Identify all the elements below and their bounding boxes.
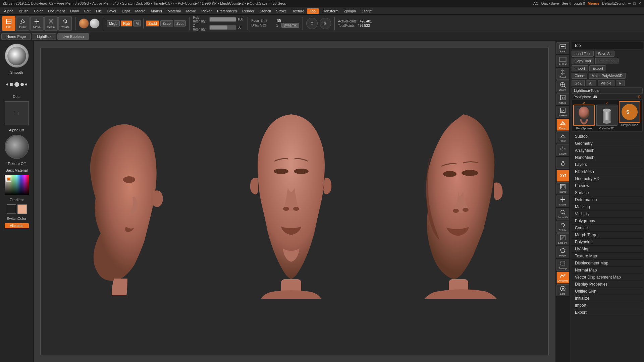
- polyf-button[interactable]: PolyF: [556, 246, 569, 258]
- dots-preview[interactable]: [5, 77, 29, 92]
- polysphere-thumb[interactable]: 2: [573, 101, 595, 130]
- displayproperties-item[interactable]: Display Properties: [572, 281, 643, 288]
- menu-zscript[interactable]: Zscript: [359, 8, 375, 14]
- visible-button[interactable]: Visible: [598, 80, 614, 86]
- fibermesh-item[interactable]: FiberMesh: [572, 168, 643, 175]
- layers-item[interactable]: Layers: [572, 161, 643, 168]
- zadd-button[interactable]: Zadd: [146, 20, 159, 26]
- color-swatch-light[interactable]: [17, 204, 27, 214]
- xyz-button[interactable]: XYZ: [556, 170, 569, 182]
- polygroups-item[interactable]: Polygroups: [572, 218, 643, 225]
- zsub-button[interactable]: Zsub: [160, 20, 173, 26]
- floor-button[interactable]: Floor: [556, 131, 569, 143]
- menu-light[interactable]: Light: [119, 8, 132, 14]
- tab-liveboolean[interactable]: Live Boolean: [57, 33, 89, 40]
- cylinder3d-thumb-img[interactable]: [596, 105, 618, 126]
- menu-preferences[interactable]: Preferences: [214, 8, 239, 14]
- color-swatch-dark[interactable]: [7, 204, 16, 214]
- menu-marker[interactable]: Marker: [148, 8, 165, 14]
- zoom-button[interactable]: Zoom: [556, 80, 569, 93]
- alternate-button[interactable]: Alternate: [5, 223, 29, 228]
- make-polymesh-button[interactable]: Make PolyMesh3D: [589, 73, 626, 79]
- polypaint-item[interactable]: Polypaint: [572, 239, 643, 246]
- simplebrush-thumb-img[interactable]: S: [619, 101, 640, 123]
- vectordisplacementmap-item[interactable]: Vector Displacement Map: [572, 274, 643, 281]
- dynamic-button[interactable]: Dynamic: [281, 23, 299, 28]
- morphtarget-item[interactable]: Morph Target: [572, 232, 643, 239]
- unifiedskin-item[interactable]: Unified Skin: [572, 288, 643, 295]
- menu-tool[interactable]: Tool: [307, 8, 319, 14]
- menu-edit[interactable]: Edit: [82, 8, 93, 14]
- sphere-mode-2[interactable]: [90, 18, 100, 28]
- texturemap-item[interactable]: Texture Map: [572, 253, 643, 260]
- nanomesh-item[interactable]: NanoMesh: [572, 154, 643, 161]
- deformation-item[interactable]: Deformation: [572, 196, 643, 203]
- menu-render[interactable]: Render: [239, 8, 257, 14]
- rotate-button[interactable]: Rotate: [58, 16, 72, 31]
- rgb-button[interactable]: Rgb: [121, 20, 132, 26]
- menu-zplugin[interactable]: Zplugin: [341, 8, 359, 14]
- tab-lightbox[interactable]: LightBox: [32, 33, 56, 40]
- save-as-button[interactable]: Save As: [595, 51, 614, 57]
- quicksave-label[interactable]: QuickSave: [541, 1, 559, 6]
- menu-draw[interactable]: Draw: [67, 8, 82, 14]
- goz-button[interactable]: GoZ: [572, 80, 585, 86]
- surface-item[interactable]: Surface: [572, 189, 643, 196]
- edit-button[interactable]: Edit: [2, 16, 15, 31]
- color-picker[interactable]: [5, 175, 29, 195]
- load-tool-button[interactable]: Load Tool: [572, 51, 594, 57]
- lock-button[interactable]: [556, 157, 569, 169]
- geometry-item[interactable]: Geometry: [572, 140, 643, 147]
- subtool-item[interactable]: Subtool: [572, 133, 643, 140]
- zoom3d-button[interactable]: Zoom3D: [556, 208, 569, 220]
- visibility-item[interactable]: Visibility: [572, 210, 643, 218]
- paste-tool-button[interactable]: Paste Tool: [595, 58, 619, 64]
- menu-color[interactable]: Color: [31, 8, 45, 14]
- frame-button[interactable]: Frame: [556, 182, 569, 194]
- menu-file[interactable]: File: [93, 8, 105, 14]
- menu-layer[interactable]: Layer: [105, 8, 119, 14]
- lightbox-tools-header[interactable]: Lightbox▶Tools: [572, 87, 643, 94]
- lineplt-button[interactable]: Line Plt: [556, 233, 569, 245]
- solo-button[interactable]: Solo: [556, 284, 569, 296]
- menu-document[interactable]: Document: [45, 8, 67, 14]
- rgb-intensity-slider[interactable]: [209, 17, 236, 22]
- polysphere-thumb-img[interactable]: [573, 105, 595, 126]
- initialize-item[interactable]: Initialize: [572, 295, 643, 302]
- bpr-button[interactable]: BPR: [556, 42, 569, 54]
- import2-item[interactable]: Import: [572, 302, 643, 309]
- import-button[interactable]: Import: [572, 65, 588, 71]
- move-button[interactable]: Move: [30, 16, 44, 31]
- menu-alpha[interactable]: Alpha: [1, 8, 16, 14]
- scale-button[interactable]: Scale: [44, 16, 58, 31]
- brush-preview[interactable]: [5, 44, 29, 68]
- menu-transform[interactable]: Transform: [319, 8, 341, 14]
- export2-item[interactable]: Export: [572, 309, 643, 316]
- clone-button[interactable]: Clone: [572, 73, 587, 79]
- circle-btn-2[interactable]: ◎: [320, 18, 331, 29]
- m-button[interactable]: M: [133, 20, 141, 26]
- circle-btn-1[interactable]: ⊙: [306, 18, 318, 29]
- window-minimize[interactable]: ─: [628, 1, 631, 6]
- export-button[interactable]: Export: [589, 65, 606, 71]
- mrgb-button[interactable]: Mrgb: [107, 20, 120, 26]
- masking-item[interactable]: Masking: [572, 203, 643, 210]
- canvas-area[interactable]: [34, 41, 555, 362]
- menu-texture[interactable]: Texture: [289, 8, 307, 14]
- menu-brush[interactable]: Brush: [16, 8, 31, 14]
- menu-movie[interactable]: Movie: [183, 8, 199, 14]
- move3d-button[interactable]: Move: [556, 195, 569, 207]
- zcut-button[interactable]: Zcut: [174, 20, 186, 26]
- seethrough-label[interactable]: See-through 0: [561, 1, 585, 6]
- aahalf-button[interactable]: AA AAHalf: [556, 106, 569, 118]
- copy-tool-button[interactable]: Copy Tool: [572, 58, 594, 64]
- draw-button[interactable]: Draw: [16, 16, 30, 31]
- preview-item[interactable]: Preview: [572, 182, 643, 189]
- menu-stroke[interactable]: Stroke: [273, 8, 289, 14]
- menu-stencil[interactable]: Stencil: [257, 8, 273, 14]
- r-button[interactable]: R: [616, 80, 625, 86]
- rotate3d-button[interactable]: Rotate: [556, 221, 569, 233]
- dynamic-icon-button[interactable]: Dynamic: [556, 272, 569, 284]
- window-close[interactable]: ✕: [638, 1, 641, 6]
- all-button[interactable]: All: [586, 80, 596, 86]
